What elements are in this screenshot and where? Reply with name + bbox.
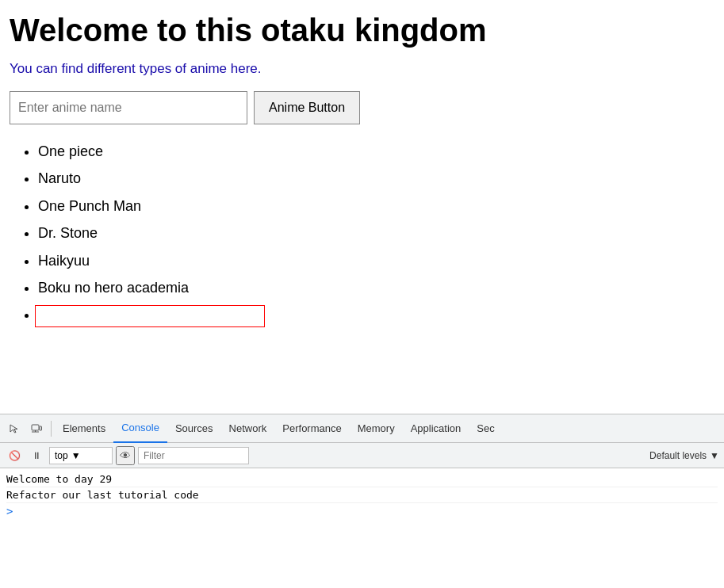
tab-application[interactable]: Application [403, 414, 469, 443]
console-prompt: > [6, 503, 718, 517]
clear-console-icon[interactable]: 🚫 [5, 446, 24, 465]
list-item: Naruto [38, 166, 714, 191]
list-item: Boku no hero academia [38, 275, 714, 300]
devtools-toolbar: 🚫 ⏸ top ▼ 👁 Default levels ▼ [0, 443, 724, 468]
eye-icon[interactable]: 👁 [116, 446, 135, 465]
default-levels-selector[interactable]: Default levels ▼ [649, 450, 719, 461]
tab-performance[interactable]: Performance [274, 414, 349, 443]
list-item: Dr. Stone [38, 220, 714, 246]
tab-elements[interactable]: Elements [55, 414, 113, 443]
devtools-panel: Elements Console Sources Network Perform… [0, 414, 724, 588]
anime-input[interactable] [10, 91, 247, 124]
console-line: Welcome to day 29 [6, 472, 718, 487]
anime-list: One pieceNarutoOne Punch ManDr. StoneHai… [10, 139, 714, 328]
console-output: Welcome to day 29Refactor our last tutor… [0, 468, 724, 588]
tab-memory[interactable]: Memory [350, 414, 403, 443]
context-value: top [55, 450, 68, 461]
tab-sources[interactable]: Sources [167, 414, 221, 443]
default-levels-dropdown-icon: ▼ [710, 450, 719, 461]
tab-console[interactable]: Console [113, 414, 167, 443]
empty-list-item [38, 302, 714, 327]
context-dropdown-icon: ▼ [71, 450, 81, 461]
context-selector[interactable]: top ▼ [49, 447, 113, 464]
svg-rect-0 [32, 425, 39, 430]
anime-button[interactable]: Anime Button [254, 91, 360, 124]
devtools-tabs: Elements Console Sources Network Perform… [0, 414, 724, 443]
list-item: Haikyuu [38, 248, 714, 273]
list-item: One Punch Man [38, 193, 714, 219]
list-item: One piece [38, 139, 714, 164]
tab-sec[interactable]: Sec [469, 414, 502, 443]
cursor-icon[interactable] [3, 418, 25, 440]
main-content: Welcome to this otaku kingdom You can fi… [0, 0, 724, 414]
console-prompt-arrow: > [6, 505, 13, 517]
tab-separator [51, 421, 52, 437]
console-line: Refactor our last tutorial code [6, 487, 718, 503]
filter-input[interactable] [138, 447, 249, 464]
empty-input-highlight[interactable] [35, 305, 265, 327]
svg-rect-1 [40, 426, 42, 430]
input-row: Anime Button [10, 91, 714, 124]
subtitle: You can find different types of anime he… [10, 61, 714, 77]
device-icon[interactable] [25, 418, 48, 440]
default-levels-label: Default levels [649, 450, 707, 461]
pause-icon[interactable]: ⏸ [27, 446, 46, 465]
tab-network[interactable]: Network [221, 414, 275, 443]
page-title: Welcome to this otaku kingdom [10, 13, 714, 48]
